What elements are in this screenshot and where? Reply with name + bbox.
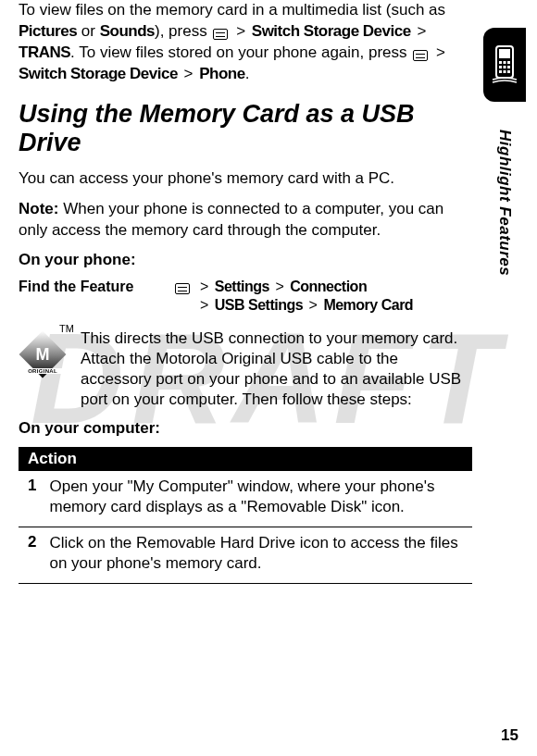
page-number: 15 (501, 726, 518, 745)
action-text: Open your "My Computer" window, where yo… (49, 477, 463, 517)
action-number: 1 (28, 477, 36, 517)
connection-label: Connection (290, 279, 367, 294)
settings-label: Settings (215, 279, 269, 294)
table-row: 1 Open your "My Computer" window, where … (19, 471, 472, 527)
page-content: To view files on the memory card in a mu… (0, 0, 537, 584)
intro-text-3: . To view files stored on your phone aga… (70, 43, 411, 61)
motorola-logo-wrap: TM M ORIGINAL (19, 328, 69, 371)
intro-text-1: To view files on the memory card in a mu… (19, 1, 445, 19)
motorola-text: This directs the USB connection to your … (81, 328, 472, 410)
gt: > (200, 279, 208, 294)
on-your-phone-label: On your phone: (19, 251, 472, 269)
phone-label: Phone (199, 65, 244, 82)
gt: > (200, 297, 208, 313)
find-feature-icon-col (172, 279, 193, 295)
intro-paragraph: To view files on the memory card in a mu… (19, 0, 472, 85)
usb-settings-label: USB Settings (215, 297, 303, 313)
note-label: Note: (19, 200, 58, 217)
intro-or: or (77, 22, 100, 40)
memory-card-label: Memory Card (323, 297, 413, 313)
note-text: When your phone is connected to a comput… (19, 200, 443, 239)
menu-icon (413, 50, 428, 61)
find-feature-path: > Settings > Connection > USB Settings >… (198, 279, 472, 316)
intro-period: . (245, 65, 250, 82)
tm-mark: TM (59, 323, 74, 334)
action-table-header: Action (19, 447, 472, 471)
switch-storage-label: Switch Storage Device (252, 22, 411, 40)
intro-text-2: ), press (155, 22, 211, 40)
body-paragraph-1: You can access your phone's memory card … (19, 168, 472, 190)
menu-icon (213, 29, 228, 40)
action-number: 2 (28, 533, 36, 574)
sounds-label: Sounds (100, 22, 155, 40)
gt: > (275, 279, 283, 294)
action-text: Click on the Removable Hard Drive icon t… (49, 533, 463, 574)
menu-icon (175, 283, 190, 294)
section-heading: Using the Memory Card as a USB Drive (19, 100, 472, 157)
gt: > (309, 297, 318, 313)
note-paragraph: Note: When your phone is connected to a … (19, 199, 472, 242)
find-feature-block: Find the Feature > Settings > Connection… (19, 279, 472, 316)
motorola-original-block: TM M ORIGINAL This directs the USB conne… (19, 328, 472, 410)
motorola-original-tag: ORIGINAL (19, 368, 67, 374)
on-your-computer-label: On your computer: (19, 419, 472, 438)
switch-storage-label-2: Switch Storage Device (19, 65, 178, 82)
trans-label: TRANS (19, 43, 70, 61)
table-row: 2 Click on the Removable Hard Drive icon… (19, 527, 472, 584)
pictures-label: Pictures (19, 22, 77, 40)
gt: > (436, 43, 445, 61)
find-feature-label: Find the Feature (19, 279, 167, 295)
gt: > (184, 65, 194, 82)
gt: > (236, 22, 245, 40)
gt: > (417, 22, 426, 40)
